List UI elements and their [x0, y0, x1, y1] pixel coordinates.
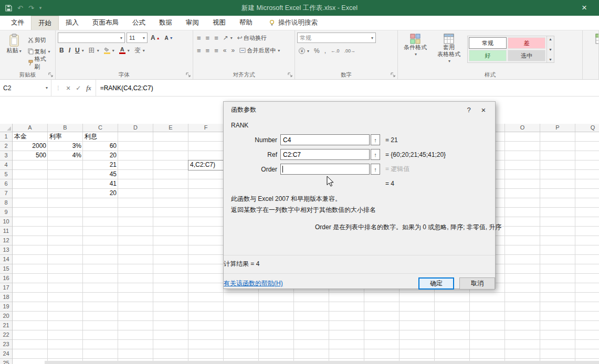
format-painter-button[interactable]: 格式刷	[26, 58, 53, 68]
tab-insert[interactable]: 插入	[59, 16, 86, 30]
font-size-combo[interactable]: 11▾	[127, 33, 148, 43]
dialog-close-icon[interactable]: ×	[476, 104, 491, 115]
dialog-title-bar[interactable]: 函数参数 ? ×	[224, 102, 495, 117]
percent-style-button[interactable]: %	[312, 46, 321, 56]
cell-C7[interactable]: 20	[83, 189, 118, 198]
col-header-D[interactable]: D	[118, 124, 153, 132]
row-header-2[interactable]: 2	[0, 142, 12, 151]
cut-button[interactable]: 剪切	[26, 35, 53, 45]
save-icon[interactable]	[5, 5, 12, 12]
grow-font-button[interactable]: A▲	[149, 33, 162, 43]
insert-function-icon[interactable]: fx	[86, 84, 91, 92]
increase-indent-button[interactable]: »	[229, 45, 236, 56]
row-header-4[interactable]: 4	[0, 160, 12, 170]
align-bottom-button[interactable]	[213, 33, 220, 43]
cell-B2[interactable]: 3%	[48, 142, 83, 151]
col-header-O[interactable]: O	[505, 124, 540, 132]
col-header-E[interactable]: E	[153, 124, 188, 132]
select-all-corner[interactable]	[0, 124, 13, 132]
row-header-18[interactable]: 18	[0, 293, 12, 302]
cell-style-good[interactable]: 好	[469, 50, 507, 61]
cell-style-normal[interactable]: 常规	[469, 37, 507, 49]
row-header-8[interactable]: 8	[0, 198, 12, 208]
row-header-24[interactable]: 24	[0, 349, 12, 359]
col-header-Q[interactable]: Q	[575, 124, 599, 132]
align-right-button[interactable]	[213, 45, 220, 56]
tab-data[interactable]: 数据	[152, 16, 179, 30]
fill-color-button[interactable]	[102, 45, 116, 56]
cell-style-bad[interactable]: 差	[508, 37, 545, 49]
decrease-indent-button[interactable]: «	[222, 45, 228, 56]
wrap-text-button[interactable]: ↩ 自动换行	[236, 33, 268, 43]
align-top-button[interactable]	[195, 33, 203, 43]
number-dialog-launcher-icon[interactable]	[391, 72, 396, 78]
shrink-font-button[interactable]: A▼	[163, 33, 175, 43]
cell-C4[interactable]: 21	[83, 160, 118, 170]
row-header-11[interactable]: 11	[0, 227, 12, 236]
row-header-17[interactable]: 17	[0, 283, 12, 293]
italic-button[interactable]: I	[67, 45, 72, 56]
row-header-1[interactable]: 1	[0, 132, 12, 142]
row-header-16[interactable]: 16	[0, 274, 12, 283]
align-center-button[interactable]	[204, 45, 212, 56]
cancel-entry-icon[interactable]: ×	[66, 84, 70, 92]
orientation-button[interactable]: ↗	[222, 33, 234, 43]
tab-file[interactable]: 文件	[4, 16, 31, 30]
ref-input[interactable]	[280, 149, 370, 160]
font-name-combo[interactable]: ▾	[58, 33, 125, 43]
row-header-6[interactable]: 6	[0, 179, 12, 189]
merge-center-button[interactable]: 合并后居中	[238, 45, 281, 56]
bold-button[interactable]: B	[58, 45, 66, 56]
row-header-14[interactable]: 14	[0, 255, 12, 264]
collapse-dialog-icon[interactable]: ↑	[371, 134, 380, 145]
col-header-C[interactable]: C	[83, 124, 118, 132]
borders-button[interactable]: 田	[87, 45, 101, 56]
number-input[interactable]	[280, 134, 370, 145]
cell-C6[interactable]: 41	[83, 179, 118, 189]
phonetic-guide-button[interactable]: 变	[133, 45, 146, 56]
cancel-button[interactable]: 取消	[459, 277, 495, 290]
cell-F4[interactable]: 4,C2:C7)	[188, 160, 224, 170]
cell-C3[interactable]: 20	[83, 151, 118, 160]
ok-button[interactable]: 确定	[418, 277, 454, 290]
row-header-22[interactable]: 22	[0, 330, 12, 340]
enter-entry-icon[interactable]: ✓	[76, 84, 81, 92]
cell-B3[interactable]: 4%	[48, 151, 83, 160]
cell-C5[interactable]: 45	[83, 170, 118, 179]
row-header-13[interactable]: 13	[0, 245, 12, 255]
accounting-format-button[interactable]: ¥	[297, 46, 311, 56]
row-header-12[interactable]: 12	[0, 236, 12, 245]
gallery-more-icon[interactable]: ▼	[549, 58, 552, 61]
tab-formulas[interactable]: 公式	[125, 16, 152, 30]
alignment-dialog-launcher-icon[interactable]	[288, 72, 293, 78]
cell-A1[interactable]: 本金	[13, 132, 48, 142]
col-header-B[interactable]: B	[48, 124, 83, 132]
cell-C1[interactable]: 利息	[83, 132, 118, 142]
conditional-formatting-button[interactable]: 条件格式	[400, 33, 430, 71]
cell-C2[interactable]: 60	[83, 142, 118, 151]
function-help-link[interactable]: 有关该函数的帮助(H)	[224, 279, 283, 288]
tab-review[interactable]: 审阅	[179, 16, 206, 30]
row-header-9[interactable]: 9	[0, 208, 12, 217]
col-header-F[interactable]: F	[188, 124, 224, 132]
row-header-20[interactable]: 20	[0, 312, 12, 321]
format-as-table-button[interactable]: 套用 表格格式	[433, 33, 465, 71]
clipboard-dialog-launcher-icon[interactable]	[48, 72, 54, 78]
row-header-21[interactable]: 21	[0, 321, 12, 330]
decrease-decimal-button[interactable]: .00→	[343, 46, 358, 56]
font-dialog-launcher-icon[interactable]	[186, 72, 191, 78]
row-header-10[interactable]: 10	[0, 217, 12, 227]
cell-B1[interactable]: 利率	[48, 132, 83, 142]
order-input[interactable]	[280, 164, 370, 175]
row-header-25[interactable]: 25	[0, 359, 12, 364]
col-header-A[interactable]: A	[13, 124, 48, 132]
insert-cells-button[interactable]	[585, 33, 599, 45]
row-header-7[interactable]: 7	[0, 189, 12, 198]
customize-qat-icon[interactable]: ▾	[39, 6, 42, 10]
increase-decimal-button[interactable]: ←.0	[329, 46, 341, 56]
redo-icon[interactable]: ↷	[28, 5, 34, 12]
align-left-button[interactable]	[195, 45, 203, 56]
close-window-button[interactable]: ×	[573, 0, 596, 16]
comma-style-button[interactable]: ,	[323, 46, 328, 56]
collapse-dialog-icon[interactable]: ↑	[371, 149, 380, 160]
